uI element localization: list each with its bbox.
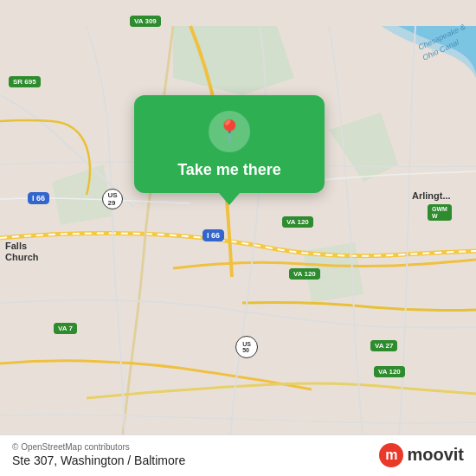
location-label: Ste 307, Washington / Baltimore: [12, 453, 185, 467]
label-arlington: Arlingt...: [412, 190, 451, 201]
take-me-there-button[interactable]: Take me there: [177, 161, 281, 179]
moovit-logo: m moovit: [379, 443, 464, 467]
map-roads: Chesapeake & Ohio Canal: [0, 0, 476, 476]
map-attribution: © OpenStreetMap contributors: [12, 442, 185, 452]
badge-i66-mid: I 66: [203, 229, 224, 241]
badge-gwmw: GWMW: [428, 204, 452, 221]
badge-sr695: SR 695: [9, 76, 41, 87]
location-icon-circle: 📍: [209, 111, 250, 152]
location-pin-icon: 📍: [215, 120, 243, 143]
badge-va7: VA 7: [54, 323, 77, 334]
badge-va120-r2: VA 120: [289, 268, 320, 280]
bottom-left-info: © OpenStreetMap contributors Ste 307, Wa…: [12, 442, 185, 467]
bottom-bar: © OpenStreetMap contributors Ste 307, Wa…: [0, 434, 476, 476]
map-container: Chesapeake & Ohio Canal: [0, 0, 476, 476]
popup-card[interactable]: 📍 Take me there: [134, 95, 325, 193]
badge-i66-left: I 66: [28, 192, 49, 204]
badge-us29: US29: [102, 189, 123, 209]
badge-va27: VA 27: [370, 340, 397, 351]
badge-us50: US50: [235, 336, 258, 358]
badge-va309-top: VA 309: [130, 16, 161, 27]
badge-va120-b: VA 120: [374, 366, 405, 377]
moovit-m-icon: m: [379, 443, 403, 467]
moovit-text: moovit: [407, 445, 464, 465]
label-falls-church: FallsChurch: [5, 241, 39, 263]
badge-va120-r: VA 120: [282, 216, 313, 228]
